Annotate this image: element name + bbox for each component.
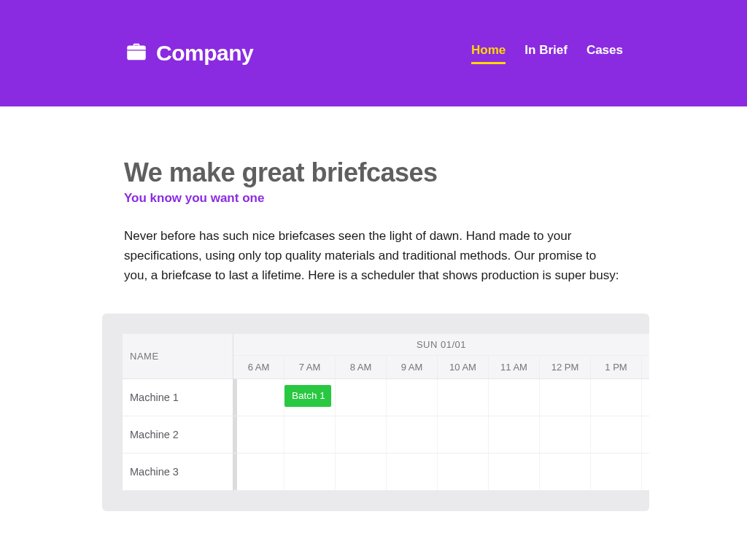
timeline-cell[interactable]: [387, 416, 438, 453]
intro-paragraph: Never before has such nice briefcases se…: [124, 226, 623, 286]
nav-in-brief[interactable]: In Brief: [525, 43, 568, 64]
brand-name: Company: [156, 41, 253, 66]
page-title: We make great briefcases: [124, 158, 623, 188]
timeline-cell[interactable]: [438, 416, 489, 453]
timeline-cell[interactable]: [336, 379, 387, 416]
timeline-cell[interactable]: [387, 379, 438, 416]
timeline-cell[interactable]: [540, 454, 591, 490]
hour-header: 8 AM: [336, 356, 387, 378]
event-batch[interactable]: Batch 1: [285, 385, 331, 407]
hour-header: 7 AM: [285, 356, 336, 378]
timeline-cell[interactable]: [438, 454, 489, 490]
timeline-row[interactable]: [233, 454, 649, 491]
timeline-cell[interactable]: [285, 454, 336, 490]
hour-header: 11 AM: [489, 356, 540, 378]
timeline-cell[interactable]: [489, 416, 540, 453]
timeline-cell[interactable]: [233, 416, 285, 453]
timeline-cell[interactable]: [387, 454, 438, 490]
timeline-cell[interactable]: [591, 416, 642, 453]
hour-header-row: 6 AM 7 AM 8 AM 9 AM 10 AM 11 AM 12 PM 1 …: [233, 356, 649, 379]
resource-row-label[interactable]: Machine 2: [123, 416, 233, 454]
nav-cases[interactable]: Cases: [587, 43, 623, 64]
site-header: Company Home In Brief Cases: [0, 0, 747, 106]
nav-home[interactable]: Home: [471, 43, 506, 64]
timeline-cell[interactable]: [540, 379, 591, 416]
timeline-cell[interactable]: [233, 379, 285, 416]
resource-row-label[interactable]: Machine 3: [123, 454, 233, 491]
name-column-header: NAME: [123, 334, 233, 379]
timeline-cell[interactable]: [489, 454, 540, 490]
logo[interactable]: Company: [124, 39, 253, 67]
hour-header: 10 AM: [438, 356, 489, 378]
scheduler-timeline[interactable]: SUN 01/01 6 AM 7 AM 8 AM 9 AM 10 AM 11 A…: [233, 334, 649, 491]
hour-header: 12 PM: [540, 356, 591, 378]
timeline-cell[interactable]: [285, 416, 336, 453]
timeline-row[interactable]: Batch 1: [233, 379, 649, 416]
timeline-cell[interactable]: [591, 454, 642, 490]
resource-row-label[interactable]: Machine 1: [123, 379, 233, 416]
day-header: SUN 01/01: [233, 334, 649, 356]
main-content: We make great briefcases You know you wa…: [0, 106, 747, 511]
briefcase-icon: [124, 39, 149, 67]
timeline-cell[interactable]: [336, 416, 387, 453]
hour-header: 1 PM: [591, 356, 642, 378]
timeline-cell[interactable]: [489, 379, 540, 416]
timeline-row[interactable]: [233, 416, 649, 454]
timeline-cell[interactable]: [336, 454, 387, 490]
hour-header: 9 AM: [387, 356, 438, 378]
timeline-cell[interactable]: [438, 379, 489, 416]
timeline-cell[interactable]: [591, 379, 642, 416]
timeline-cell[interactable]: [540, 416, 591, 453]
main-nav: Home In Brief Cases: [471, 43, 623, 64]
hour-header: 6 AM: [233, 356, 285, 378]
page-subtitle: You know you want one: [124, 191, 623, 206]
scheduler-resource-column: NAME Machine 1 Machine 2 Machine 3: [123, 334, 233, 491]
timeline-cell[interactable]: [233, 454, 285, 490]
scheduler: NAME Machine 1 Machine 2 Machine 3 SUN 0…: [102, 314, 649, 511]
